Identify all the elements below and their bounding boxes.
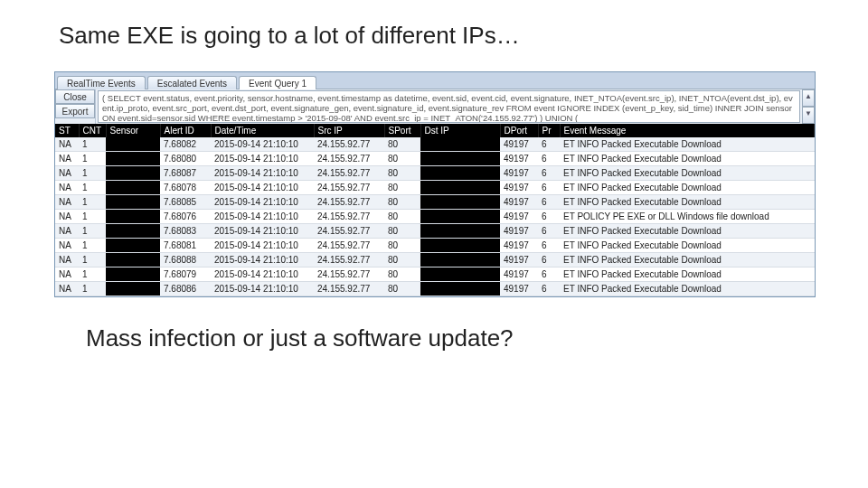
table-row[interactable]: NA17.680762015-09-14 21:10:1024.155.92.7… [55, 210, 815, 224]
cell-dport: 49197 [500, 137, 538, 152]
cell-pr: 6 [538, 239, 560, 253]
table-row[interactable]: NA17.680802015-09-14 21:10:1024.155.92.7… [55, 152, 815, 166]
cell-dstip [420, 181, 500, 195]
column-header-sport[interactable]: SPort [384, 124, 420, 137]
cell-dstip [420, 137, 500, 152]
cell-date: 2015-09-14 21:10:10 [211, 152, 314, 166]
column-header-pr[interactable]: Pr [538, 124, 560, 137]
table-row[interactable]: NA17.680812015-09-14 21:10:1024.155.92.7… [55, 239, 815, 253]
cell-dport: 49197 [500, 224, 538, 239]
cell-st: NA [55, 195, 79, 210]
table-row[interactable]: NA17.680852015-09-14 21:10:1024.155.92.7… [55, 195, 815, 210]
cell-srcip: 24.155.92.77 [314, 137, 384, 152]
table-row[interactable]: NA17.680822015-09-14 21:10:1024.155.92.7… [55, 137, 815, 152]
tab-event-query-1[interactable]: Event Query 1 [239, 76, 316, 89]
cell-msg: ET INFO Packed Executable Download [560, 267, 815, 282]
tab-escalated-events[interactable]: Escalated Events [147, 76, 237, 89]
cell-st: NA [55, 181, 79, 195]
column-header-date-time[interactable]: Date/Time [211, 124, 314, 137]
cell-sensor [106, 267, 160, 282]
cell-dport: 49197 [500, 210, 538, 224]
cell-cnt: 1 [79, 137, 106, 152]
cell-cnt: 1 [79, 195, 106, 210]
cell-msg: ET INFO Packed Executable Download [560, 152, 815, 166]
cell-pr: 6 [538, 181, 560, 195]
cell-dstip [420, 166, 500, 181]
cell-dstip [420, 152, 500, 166]
cell-date: 2015-09-14 21:10:10 [211, 224, 314, 239]
column-header-sensor[interactable]: Sensor [106, 124, 160, 137]
cell-cnt: 1 [79, 210, 106, 224]
cell-sensor [106, 282, 160, 296]
cell-srcip: 24.155.92.77 [314, 195, 384, 210]
cell-dport: 49197 [500, 267, 538, 282]
cell-cnt: 1 [79, 253, 106, 267]
table-row[interactable]: NA17.680832015-09-14 21:10:1024.155.92.7… [55, 224, 815, 239]
cell-alert: 7.68081 [160, 239, 211, 253]
event-query-app: RealTime EventsEscalated EventsEvent Que… [54, 71, 816, 297]
column-header-cnt[interactable]: CNT [79, 124, 106, 137]
cell-dstip [420, 239, 500, 253]
cell-st: NA [55, 253, 79, 267]
cell-cnt: 1 [79, 239, 106, 253]
table-row[interactable]: NA17.680862015-09-14 21:10:1024.155.92.7… [55, 282, 815, 296]
cell-srcip: 24.155.92.77 [314, 166, 384, 181]
cell-dport: 49197 [500, 282, 538, 296]
column-header-dst-ip[interactable]: Dst IP [420, 124, 500, 137]
cell-srcip: 24.155.92.77 [314, 224, 384, 239]
cell-dport: 49197 [500, 166, 538, 181]
cell-date: 2015-09-14 21:10:10 [211, 137, 314, 152]
cell-sport: 80 [384, 181, 420, 195]
close-button[interactable]: Close [55, 89, 95, 104]
export-button[interactable]: Export [55, 104, 95, 118]
table-header-row: STCNTSensorAlert IDDate/TimeSrc IPSPortD… [55, 124, 815, 137]
cell-dport: 49197 [500, 152, 538, 166]
cell-pr: 6 [538, 152, 560, 166]
slide-bottom-heading: Mass infection or just a software update… [86, 324, 868, 352]
column-header-dport[interactable]: DPort [500, 124, 538, 137]
cell-date: 2015-09-14 21:10:10 [211, 282, 314, 296]
cell-pr: 6 [538, 137, 560, 152]
cell-alert: 7.68083 [160, 224, 211, 239]
cell-msg: ET INFO Packed Executable Download [560, 137, 815, 152]
cell-cnt: 1 [79, 166, 106, 181]
tab-realtime-events[interactable]: RealTime Events [57, 76, 146, 89]
table-row[interactable]: NA17.680792015-09-14 21:10:1024.155.92.7… [55, 267, 815, 282]
column-header-alert-id[interactable]: Alert ID [160, 124, 211, 137]
cell-sensor [106, 239, 160, 253]
cell-st: NA [55, 137, 79, 152]
cell-alert: 7.68088 [160, 253, 211, 267]
cell-pr: 6 [538, 166, 560, 181]
cell-dport: 49197 [500, 181, 538, 195]
table-row[interactable]: NA17.680872015-09-14 21:10:1024.155.92.7… [55, 166, 815, 181]
table-row[interactable]: NA17.680882015-09-14 21:10:1024.155.92.7… [55, 253, 815, 267]
cell-date: 2015-09-14 21:10:10 [211, 253, 314, 267]
cell-sensor [106, 224, 160, 239]
cell-sport: 80 [384, 282, 420, 296]
table-row[interactable]: NA17.680782015-09-14 21:10:1024.155.92.7… [55, 181, 815, 195]
cell-st: NA [55, 282, 79, 296]
cell-sensor [106, 195, 160, 210]
cell-dport: 49197 [500, 239, 538, 253]
column-header-event-message[interactable]: Event Message [560, 124, 815, 137]
column-header-st[interactable]: ST [55, 124, 79, 137]
cell-pr: 6 [538, 195, 560, 210]
cell-alert: 7.68085 [160, 195, 211, 210]
cell-st: NA [55, 239, 79, 253]
cell-cnt: 1 [79, 282, 106, 296]
cell-sport: 80 [384, 267, 420, 282]
cell-st: NA [55, 267, 79, 282]
cell-msg: ET INFO Packed Executable Download [560, 253, 815, 267]
cell-pr: 6 [538, 253, 560, 267]
column-header-src-ip[interactable]: Src IP [314, 124, 384, 137]
cell-sport: 80 [384, 224, 420, 239]
sql-query-display[interactable]: ( SELECT event.status, event.priority, s… [98, 90, 800, 123]
cell-dstip [420, 253, 500, 267]
cell-dport: 49197 [500, 195, 538, 210]
cell-msg: ET INFO Packed Executable Download [560, 239, 815, 253]
scroll-down-icon[interactable]: ▼ [802, 107, 815, 124]
cell-dstip [420, 210, 500, 224]
cell-alert: 7.68079 [160, 267, 211, 282]
scroll-up-icon[interactable]: ▲ [802, 89, 815, 107]
cell-dstip [420, 267, 500, 282]
